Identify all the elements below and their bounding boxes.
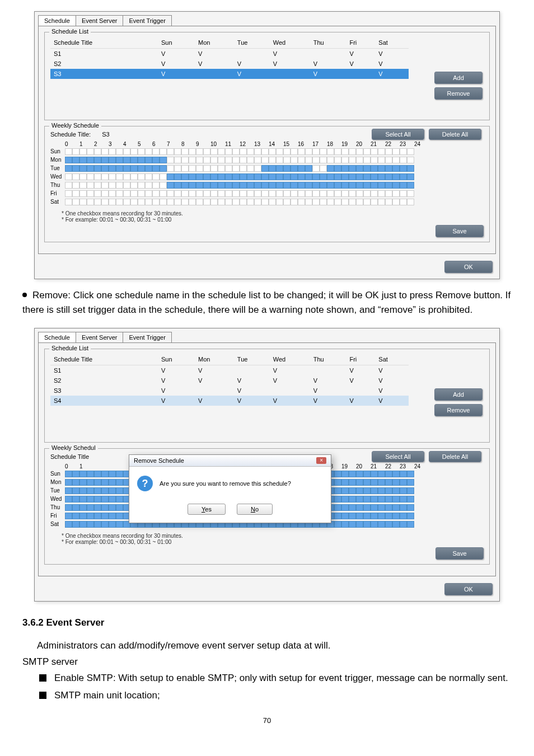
weekly-schedule-group: Weekly Schedul Schedule Title Select All… (44, 448, 490, 565)
table-row-selected[interactable]: S3VVVV (50, 69, 409, 79)
delete-all-button[interactable]: Delete All (429, 451, 481, 462)
table-row[interactable]: S1VVVVV (50, 365, 409, 376)
question-icon: ? (137, 476, 153, 491)
tab-schedule[interactable]: Schedule (38, 15, 76, 26)
page-number: 70 (22, 716, 512, 725)
schedule-dialog-2: Schedule Event Server Event Trigger Sche… (34, 328, 500, 602)
schedule-list-group: Schedule List Schedule TitleSunMonTueWed… (44, 349, 490, 443)
tab-schedule[interactable]: Schedule (38, 332, 76, 342)
weekly-legend: Weekly Schedule (49, 122, 101, 129)
section-heading: 3.6.2 Event Server (22, 617, 512, 628)
tab-row: Schedule Event Server Event Trigger (35, 328, 499, 342)
schedule-title-value: S3 (102, 131, 109, 138)
list-item: SMTP main unit location; (39, 688, 512, 703)
weekly-legend-trunc: Weekly Schedul (49, 444, 98, 451)
weekly-schedule-group: Weekly Schedule Schedule Title: S3 Selec… (44, 126, 490, 242)
tab-event-trigger[interactable]: Event Trigger (123, 15, 171, 26)
bullet-icon (22, 293, 27, 297)
select-all-button[interactable]: Select All (372, 129, 424, 140)
tab-row: Schedule Event Server Event Trigger (35, 12, 499, 26)
footnote: * One checkbox means recording for 30 mi… (50, 210, 484, 223)
schedule-title-label: Schedule Title: (50, 131, 91, 138)
no-button[interactable]: No (237, 504, 273, 515)
week-grid[interactable]: SunMonTueWedThuFriSat (50, 147, 484, 206)
schedule-dialog-1: Schedule Event Server Event Trigger Sche… (34, 11, 500, 279)
tab-event-server[interactable]: Event Server (76, 332, 124, 342)
body-text: Administrators can add/modify/remove eve… (37, 638, 512, 653)
ok-button[interactable]: OK (444, 261, 493, 273)
schedule-table: Schedule TitleSunMonTueWedThuFriSat S1VV… (50, 354, 409, 406)
popup-message: Are you sure you want to remove this sch… (160, 480, 291, 487)
remove-button[interactable]: Remove (434, 404, 483, 416)
table-row[interactable]: S2VVVVVVV (50, 59, 409, 69)
table-header-row: Schedule Title SunMon TueWed ThuFri Sat (50, 37, 409, 49)
list-item: Enable SMTP: With setup to enable SMTP; … (39, 671, 512, 685)
add-button[interactable]: Add (434, 388, 483, 401)
footnote: * One checkbox means recording for 30 mi… (50, 533, 484, 545)
schedule-list-group: Schedule List Schedule Title SunMon TueW… (44, 32, 490, 120)
schedule-list-legend: Schedule List (49, 28, 91, 35)
table-row[interactable]: S2VVVVVVV (50, 375, 409, 386)
table-row[interactable]: S3VVVV (50, 386, 409, 396)
delete-all-button[interactable]: Delete All (429, 129, 481, 140)
tab-event-trigger[interactable]: Event Trigger (123, 332, 171, 342)
ok-button[interactable]: OK (444, 583, 493, 595)
body-bullet-remove: Remove: Click one schedule name in the s… (22, 288, 512, 317)
save-button[interactable]: Save (435, 225, 484, 237)
table-row[interactable]: S1VVVVV (50, 49, 409, 59)
yes-button[interactable]: Yes (188, 504, 226, 515)
table-row-selected[interactable]: S4VVVVVVV (50, 396, 409, 406)
add-button[interactable]: Add (434, 72, 483, 84)
close-icon[interactable]: × (316, 457, 326, 464)
body-text: SMTP server (22, 656, 512, 668)
square-bullet-icon (39, 692, 46, 699)
save-button[interactable]: Save (435, 547, 484, 560)
remove-button[interactable]: Remove (434, 87, 483, 100)
schedule-table: Schedule Title SunMon TueWed ThuFri Sat … (50, 37, 409, 79)
square-bullet-icon (39, 674, 46, 682)
select-all-button[interactable]: Select All (372, 451, 424, 462)
remove-schedule-dialog: Remove Schedule × ? Are you sure you wan… (129, 454, 331, 523)
schedule-title-label-trunc: Schedule Title (50, 453, 89, 460)
hour-scale: 0123456789101112131415161718192021222324 (50, 141, 484, 147)
tab-event-server[interactable]: Event Server (76, 15, 124, 26)
popup-title: Remove Schedule (134, 457, 184, 464)
